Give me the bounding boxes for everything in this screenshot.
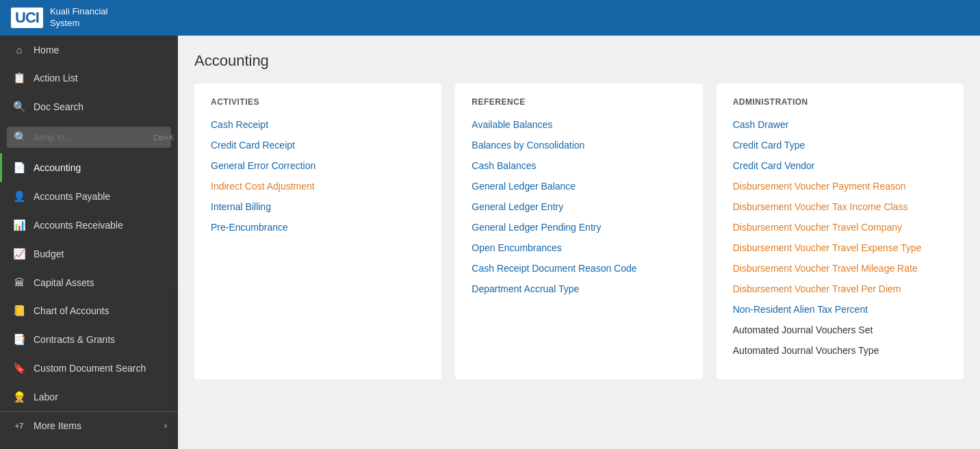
- link-pre-encumbrance[interactable]: Pre-Encumbrance: [211, 222, 425, 233]
- search-icon: 🔍: [14, 131, 27, 144]
- sidebar-item-custom-doc-search[interactable]: 🔖 Custom Document Search: [0, 354, 178, 383]
- link-credit-card-vendor[interactable]: Credit Card Vendor: [733, 160, 947, 171]
- sidebar-item-budget[interactable]: 📈 Budget: [0, 240, 178, 268]
- link-disbursement-voucher-travel-per-diem[interactable]: Disbursement Voucher Travel Per Diem: [733, 283, 947, 294]
- link-department-accrual-type[interactable]: Department Accrual Type: [472, 283, 686, 294]
- accounts-payable-icon: 👤: [13, 190, 25, 203]
- sidebar: ⌂ Home 📋 Action List 🔍 Doc Search 🔍 Ctrl…: [0, 36, 178, 449]
- link-non-resident-alien-tax[interactable]: Non-Resident Alien Tax Percent: [733, 304, 947, 315]
- custom-doc-search-icon: 🔖: [13, 362, 25, 374]
- sidebar-item-accounting[interactable]: 📄 Accounting: [0, 153, 178, 182]
- link-balances-by-consolidation[interactable]: Balances by Consolidation: [472, 140, 686, 151]
- sidebar-item-label: Doc Search: [34, 101, 167, 112]
- link-internal-billing[interactable]: Internal Billing: [211, 201, 425, 212]
- link-general-ledger-entry[interactable]: General Ledger Entry: [472, 201, 686, 212]
- action-list-icon: 📋: [13, 72, 25, 84]
- sidebar-item-label: Contracts & Grants: [34, 334, 167, 345]
- main-content: Accounting ACTIVITIES Cash Receipt Credi…: [178, 36, 980, 449]
- link-cash-receipt[interactable]: Cash Receipt: [211, 119, 425, 130]
- sidebar-item-label: Home: [34, 44, 167, 55]
- jump-to-input[interactable]: [33, 132, 148, 142]
- sidebar-item-label: More Items: [34, 420, 156, 431]
- sidebar-item-label: Action List: [34, 73, 167, 84]
- more-items-icon: +7: [13, 422, 25, 430]
- logo: UCI Kuali FinancialSystem: [11, 6, 107, 29]
- app-name: Kuali FinancialSystem: [50, 6, 108, 29]
- accounting-icon: 📄: [13, 162, 25, 174]
- link-general-ledger-pending-entry[interactable]: General Ledger Pending Entry: [472, 222, 686, 233]
- sidebar-item-action-list[interactable]: 📋 Action List: [0, 64, 178, 92]
- link-cash-receipt-doc-reason[interactable]: Cash Receipt Document Reason Code: [472, 263, 686, 274]
- sidebar-item-home[interactable]: ⌂ Home: [0, 36, 178, 64]
- accounts-receivable-icon: 📊: [13, 219, 25, 231]
- jump-to-shortcut: Ctrl+K: [153, 133, 175, 142]
- link-general-ledger-balance[interactable]: General Ledger Balance: [472, 181, 686, 192]
- chevron-right-icon: ›: [164, 421, 167, 431]
- sidebar-item-label: Labor: [34, 392, 167, 402]
- link-indirect-cost-adjustment[interactable]: Indirect Cost Adjustment: [211, 181, 425, 192]
- link-open-encumbrances[interactable]: Open Encumbrances: [472, 242, 686, 253]
- layout: ⌂ Home 📋 Action List 🔍 Doc Search 🔍 Ctrl…: [0, 36, 980, 449]
- cards-row: ACTIVITIES Cash Receipt Credit Card Rece…: [194, 84, 964, 379]
- link-disbursement-voucher-tax-income[interactable]: Disbursement Voucher Tax Income Class: [733, 201, 947, 212]
- sidebar-item-label: Custom Document Search: [34, 363, 167, 374]
- chart-of-accounts-icon: 📒: [13, 305, 25, 317]
- uci-logo: UCI: [11, 8, 43, 28]
- labor-icon: 👷: [13, 391, 25, 403]
- sidebar-item-chart-of-accounts[interactable]: 📒 Chart of Accounts: [0, 296, 178, 325]
- activities-card: ACTIVITIES Cash Receipt Credit Card Rece…: [194, 84, 441, 379]
- link-general-error-correction[interactable]: General Error Correction: [211, 160, 425, 171]
- reference-card: REFERENCE Available Balances Balances by…: [455, 84, 702, 379]
- sidebar-item-label: Accounts Payable: [34, 191, 167, 202]
- header: UCI Kuali FinancialSystem: [0, 0, 980, 36]
- link-disbursement-voucher-travel-expense[interactable]: Disbursement Voucher Travel Expense Type: [733, 242, 947, 253]
- link-automated-journal-vouchers-type[interactable]: Automated Journal Vouchers Type: [733, 345, 947, 356]
- doc-search-icon: 🔍: [13, 101, 25, 113]
- reference-card-title: REFERENCE: [472, 97, 686, 107]
- administration-card: ADMINISTRATION Cash Drawer Credit Card T…: [717, 84, 964, 379]
- link-disbursement-voucher-payment-reason[interactable]: Disbursement Voucher Payment Reason: [733, 181, 947, 192]
- link-available-balances[interactable]: Available Balances: [472, 119, 686, 130]
- link-disbursement-voucher-travel-mileage[interactable]: Disbursement Voucher Travel Mileage Rate: [733, 263, 947, 274]
- sidebar-item-label: Accounts Receivable: [34, 220, 167, 231]
- sidebar-item-label: Chart of Accounts: [34, 305, 167, 316]
- sidebar-item-doc-search[interactable]: 🔍 Doc Search: [0, 92, 178, 121]
- jump-to-container: 🔍 Ctrl+K: [7, 127, 171, 148]
- sidebar-item-label: Accounting: [34, 162, 167, 173]
- sidebar-item-label: Budget: [34, 248, 167, 259]
- capital-assets-icon: 🏛: [13, 277, 25, 288]
- sidebar-item-accounts-receivable[interactable]: 📊 Accounts Receivable: [0, 211, 178, 240]
- link-credit-card-receipt[interactable]: Credit Card Receipt: [211, 140, 425, 151]
- contracts-grants-icon: 📑: [13, 333, 25, 346]
- activities-card-title: ACTIVITIES: [211, 97, 425, 107]
- link-disbursement-voucher-travel-company[interactable]: Disbursement Voucher Travel Company: [733, 222, 947, 233]
- link-cash-balances[interactable]: Cash Balances: [472, 160, 686, 171]
- sidebar-item-more-items[interactable]: +7 More Items ›: [0, 411, 178, 439]
- sidebar-item-labor[interactable]: 👷 Labor: [0, 383, 178, 411]
- link-automated-journal-vouchers-set[interactable]: Automated Journal Vouchers Set: [733, 324, 947, 335]
- link-credit-card-type[interactable]: Credit Card Type: [733, 140, 947, 151]
- administration-card-title: ADMINISTRATION: [733, 97, 947, 107]
- sidebar-item-contracts-grants[interactable]: 📑 Contracts & Grants: [0, 325, 178, 354]
- page-title: Accounting: [194, 52, 964, 70]
- budget-icon: 📈: [13, 248, 25, 260]
- sidebar-item-accounts-payable[interactable]: 👤 Accounts Payable: [0, 182, 178, 211]
- home-icon: ⌂: [13, 44, 25, 55]
- link-cash-drawer[interactable]: Cash Drawer: [733, 119, 947, 130]
- sidebar-item-capital-assets[interactable]: 🏛 Capital Assets: [0, 268, 178, 296]
- sidebar-item-label: Capital Assets: [34, 277, 167, 288]
